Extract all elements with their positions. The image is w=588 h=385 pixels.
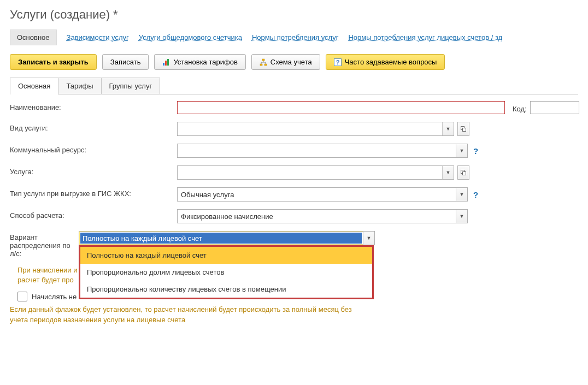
service-label: Услуга: [10, 165, 174, 176]
resource-label: Коммунальный ресурс: [10, 144, 174, 154]
dropdown-icon[interactable]: ▼ [363, 232, 374, 245]
dropdown-icon[interactable]: ▼ [456, 188, 467, 201]
dropdown-icon[interactable]: ▼ [442, 166, 454, 179]
save-button[interactable]: Записать [102, 54, 149, 70]
inner-tabs: Основная Тарифы Группы услуг [10, 78, 578, 94]
faq-label: Часто задаваемые вопросы [345, 58, 437, 66]
variant-dropdown[interactable]: Полностью на каждый лицевой счет ▼ Полно… [79, 231, 375, 245]
variant-option-shares[interactable]: Пропорционально долям лицевых счетов [80, 264, 372, 281]
calc-method-select[interactable]: Фиксированное начисление ▼ [177, 209, 468, 223]
svg-text:?: ? [336, 59, 339, 66]
service-type-label: Вид услуги: [10, 122, 174, 132]
nav-tabs: Основное Зависимости услуг Услуги общедо… [10, 29, 578, 45]
scheme-label: Схема учета [271, 58, 312, 66]
set-tariffs-button[interactable]: Установка тарифов [154, 54, 245, 70]
dropdown-icon[interactable]: ▼ [442, 122, 454, 135]
open-icon [461, 170, 466, 175]
full-month-checkbox[interactable] [17, 292, 27, 301]
name-label: Наименование: [10, 101, 174, 111]
open-ref-button[interactable] [457, 122, 469, 136]
gis-type-label: Тип услуги при выгрузке в ГИС ЖКХ: [10, 187, 174, 198]
svg-rect-1 [165, 61, 167, 66]
scheme-button[interactable]: Схема учета [251, 54, 320, 70]
variant-option-count[interactable]: Пропорционально количеству лицевых счето… [80, 281, 372, 298]
calc-method-value: Фиксированное начисление [178, 210, 456, 223]
service-value [178, 166, 442, 179]
resource-value [178, 144, 456, 157]
variant-option-full[interactable]: Полностью на каждый лицевой счет [80, 247, 372, 264]
variant-selected-value: Полностью на каждый лицевой счет [80, 233, 362, 244]
code-label: Код: [513, 103, 527, 113]
nav-tab-norms[interactable]: Нормы потребления услуг [252, 33, 338, 42]
calc-method-label: Способ расчета: [10, 209, 174, 220]
dropdown-icon[interactable]: ▼ [456, 210, 467, 223]
question-icon: ? [334, 58, 342, 66]
tab-groups[interactable]: Группы услуг [101, 78, 161, 94]
open-icon [461, 126, 466, 132]
code-input[interactable] [530, 101, 579, 114]
set-tariffs-label: Установка тарифов [173, 58, 237, 66]
open-ref-button[interactable] [457, 165, 469, 180]
checkbox-label: Начислять не [32, 293, 77, 301]
svg-rect-2 [167, 59, 169, 66]
svg-rect-9 [463, 128, 466, 132]
variant-label: Вариант распределения по л/с: [10, 231, 75, 258]
toolbar: Записать и закрыть Записать Установка та… [10, 54, 578, 70]
faq-button[interactable]: ? Часто задаваемые вопросы [326, 54, 445, 70]
tab-tariffs[interactable]: Тарифы [58, 78, 101, 94]
dropdown-icon[interactable]: ▼ [456, 144, 467, 157]
gis-type-select[interactable]: Обычная услуга ▼ [177, 187, 468, 202]
nav-tab-account-norms[interactable]: Нормы потребления услуг лицевых счетов /… [348, 33, 502, 42]
bar-chart-icon [162, 58, 170, 66]
svg-rect-0 [163, 63, 164, 66]
resource-select[interactable]: ▼ [177, 144, 468, 158]
svg-rect-11 [463, 172, 466, 175]
gis-type-value: Обычная услуга [178, 188, 456, 201]
hierarchy-icon [260, 58, 267, 66]
help-icon[interactable]: ? [473, 146, 478, 156]
hint-text-1b: расчет будет про [17, 276, 74, 284]
service-type-value [178, 122, 442, 135]
nav-tab-house-meter[interactable]: Услуги общедомового счетчика [139, 33, 242, 42]
name-input[interactable] [177, 101, 505, 114]
service-type-select[interactable]: ▼ [177, 122, 454, 136]
nav-tab-main[interactable]: Основное [10, 29, 57, 45]
svg-rect-5 [264, 64, 267, 66]
page-title: Услуги (создание) * [10, 8, 578, 22]
svg-rect-4 [260, 64, 262, 66]
service-select[interactable]: ▼ [177, 165, 454, 180]
help-icon[interactable]: ? [473, 190, 478, 199]
save-close-button[interactable]: Записать и закрыть [10, 54, 97, 70]
hint-text-1a: При начислении и [17, 266, 78, 274]
variant-dropdown-list: Полностью на каждый лицевой счет Пропорц… [79, 245, 374, 299]
hint-text-2: Если данный флажок будет установлен, то … [10, 305, 352, 323]
tab-main[interactable]: Основная [10, 78, 58, 94]
svg-rect-3 [262, 59, 264, 61]
nav-tab-dependencies[interactable]: Зависимости услуг [67, 33, 129, 42]
